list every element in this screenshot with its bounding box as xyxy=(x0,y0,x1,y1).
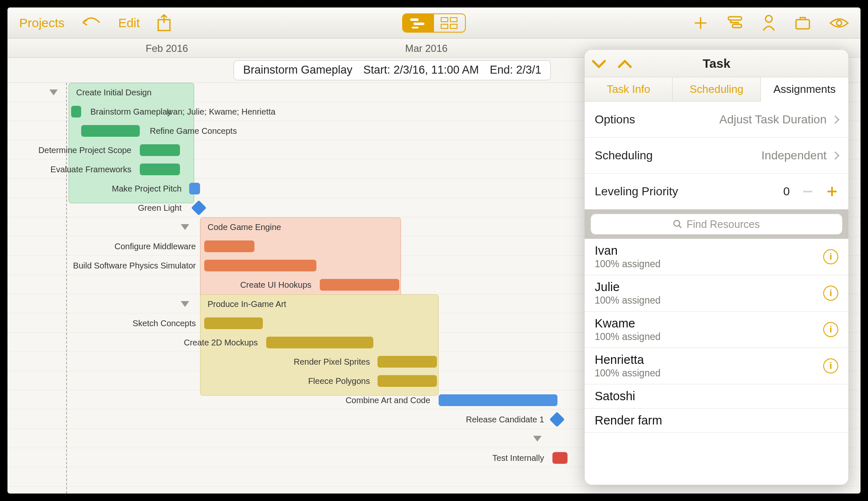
task-label: Build Software Physics Simulator xyxy=(8,261,200,271)
leveling-priority-row: Leveling Priority 0 xyxy=(585,174,848,210)
resource-assignment: 100% assigned xyxy=(595,331,660,343)
svg-point-12 xyxy=(837,20,842,26)
tab-scheduling[interactable]: Scheduling xyxy=(673,77,760,101)
svg-rect-8 xyxy=(728,17,742,20)
task-bar[interactable] xyxy=(378,375,437,387)
task-stack-icon xyxy=(727,15,743,31)
task-bar[interactable] xyxy=(266,337,373,348)
task-label: Test Internally xyxy=(8,453,548,463)
task-label: Create Initial Design xyxy=(76,88,152,97)
project-button[interactable] xyxy=(794,15,811,31)
task-label: Evaluate Frameworks xyxy=(8,165,136,174)
task-bar[interactable] xyxy=(552,452,568,464)
chevron-right-icon xyxy=(831,151,840,160)
milestone-diamond[interactable] xyxy=(550,412,565,427)
task-bar[interactable] xyxy=(189,183,200,194)
projects-button[interactable]: Projects xyxy=(19,16,64,30)
resource-item[interactable]: Julie100% assignedi xyxy=(585,275,848,312)
resource-item[interactable]: Henrietta100% assignedi xyxy=(585,348,848,384)
chevron-up-icon[interactable] xyxy=(617,59,632,69)
task-bar[interactable] xyxy=(204,317,263,329)
info-icon[interactable]: i xyxy=(823,249,838,264)
task-bar[interactable] xyxy=(81,125,140,137)
outline-icon xyxy=(440,17,459,29)
selected-task-info-box[interactable]: Brainstorm Gameplay Start: 2/3/16, 11:00… xyxy=(234,60,551,80)
info-icon[interactable]: i xyxy=(823,286,838,301)
resource-name: Julie xyxy=(595,280,660,294)
tab-assignments[interactable]: Assignments xyxy=(761,77,848,102)
svg-rect-1 xyxy=(410,18,419,21)
disclosure-triangle-icon[interactable] xyxy=(49,89,58,95)
view-toggle[interactable] xyxy=(402,13,466,33)
task-inspector-button[interactable] xyxy=(727,15,743,31)
inspector-tabs: Task Info Scheduling Assignments xyxy=(585,77,848,102)
svg-rect-4 xyxy=(441,18,448,22)
task-label: Refine Game Concepts xyxy=(150,126,237,136)
task-label: Configure Middleware xyxy=(8,242,200,251)
info-icon[interactable]: i xyxy=(823,358,838,373)
task-label: Create 2D Mockups xyxy=(8,338,262,348)
task-inspector: Task Task Info Scheduling Assignments Op… xyxy=(584,49,849,485)
find-resources-search[interactable]: Find Resources xyxy=(591,214,842,235)
person-icon xyxy=(762,15,776,31)
chevron-down-icon[interactable] xyxy=(591,59,606,69)
share-button[interactable] xyxy=(157,14,172,32)
milestone-diamond[interactable] xyxy=(191,200,207,216)
svg-point-10 xyxy=(765,15,772,22)
plus-icon[interactable] xyxy=(826,185,838,198)
inspector-header: Task xyxy=(585,50,848,77)
resource-name: Satoshi xyxy=(595,389,635,403)
gantt-icon xyxy=(409,17,428,29)
edit-button[interactable]: Edit xyxy=(118,16,140,30)
plus-icon xyxy=(693,15,708,31)
task-label: Determine Project Scope xyxy=(8,146,136,155)
task-bar[interactable] xyxy=(204,240,254,252)
resource-item[interactable]: Ivan100% assignedi xyxy=(585,239,848,275)
scheduling-row[interactable]: Scheduling Independent xyxy=(585,138,848,174)
resource-item[interactable]: Render farm xyxy=(585,409,848,433)
task-bar[interactable] xyxy=(140,144,180,156)
toolbar: Projects Edit xyxy=(8,8,860,38)
svg-rect-6 xyxy=(441,24,448,28)
briefcase-icon xyxy=(794,15,811,31)
tab-task-info[interactable]: Task Info xyxy=(585,77,673,101)
svg-rect-11 xyxy=(796,20,809,29)
share-icon xyxy=(157,14,172,32)
disclosure-triangle-icon[interactable] xyxy=(533,436,542,442)
options-row[interactable]: Options Adjust Task Duration xyxy=(585,102,848,138)
svg-rect-2 xyxy=(413,23,424,25)
task-label: Create UI Hookups xyxy=(8,280,316,290)
resource-name: Ivan xyxy=(595,244,660,258)
eye-icon xyxy=(829,17,849,29)
task-label: Sketch Concepts xyxy=(8,319,200,328)
chevron-right-icon xyxy=(831,115,840,124)
minus-icon[interactable] xyxy=(801,185,814,198)
task-bar[interactable] xyxy=(204,260,316,271)
selected-task-name: Brainstorm Gameplay xyxy=(243,64,352,77)
task-bar[interactable] xyxy=(320,279,399,291)
resource-name: Render farm xyxy=(595,414,662,427)
task-assignees: Ivan; Julie; Kwame; Henrietta xyxy=(167,107,275,117)
svg-rect-3 xyxy=(412,27,419,28)
task-bar[interactable] xyxy=(378,356,437,368)
task-label: Make Project Pitch xyxy=(8,184,186,194)
view-options-button[interactable] xyxy=(829,17,849,29)
view-gantt-option[interactable] xyxy=(403,14,434,32)
resource-item[interactable]: Kwame100% assignedi xyxy=(585,312,848,348)
leveling-priority-value: 0 xyxy=(783,185,790,198)
info-icon[interactable]: i xyxy=(823,322,838,337)
task-bar[interactable] xyxy=(439,394,557,406)
disclosure-triangle-icon[interactable] xyxy=(181,301,189,307)
resource-item[interactable]: Satoshi xyxy=(585,384,848,409)
task-bar[interactable] xyxy=(140,164,180,175)
resource-list: Ivan100% assignediJulie100% assignediKwa… xyxy=(585,239,848,485)
month-label: Mar 2016 xyxy=(405,43,447,54)
task-label: Produce In-Game Art xyxy=(208,299,286,309)
view-outline-option[interactable] xyxy=(434,14,465,32)
resources-button[interactable] xyxy=(762,15,776,31)
task-label: Render Pixel Sprites xyxy=(8,357,374,367)
add-button[interactable] xyxy=(693,15,708,31)
undo-button[interactable] xyxy=(81,16,101,30)
disclosure-triangle-icon[interactable] xyxy=(181,224,189,230)
task-label: Combine Art and Code xyxy=(8,396,434,405)
